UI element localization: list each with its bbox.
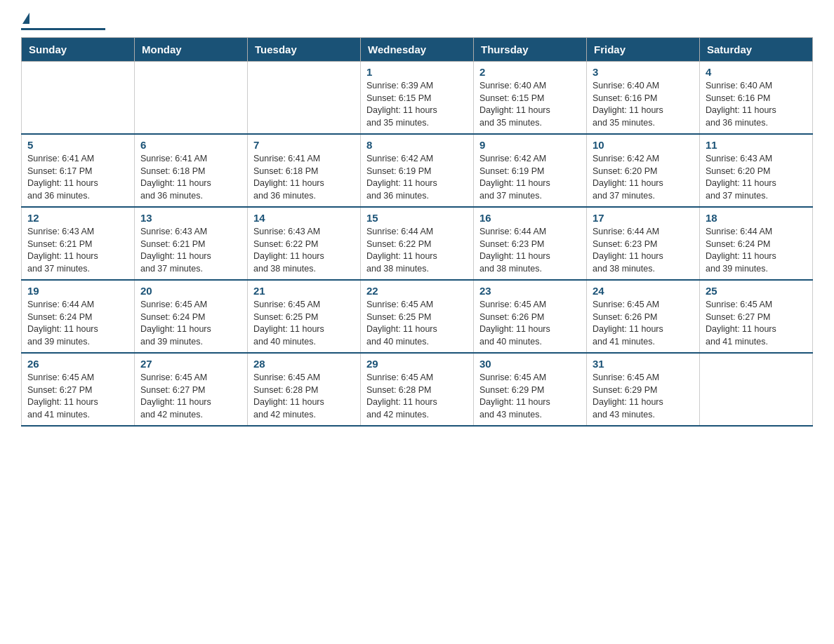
day-info: Sunrise: 6:45 AM Sunset: 6:28 PM Dayligh… bbox=[366, 372, 468, 421]
column-header-sunday: Sunday bbox=[22, 38, 135, 62]
day-info: Sunrise: 6:44 AM Sunset: 6:24 PM Dayligh… bbox=[706, 226, 807, 275]
calendar-cell: 24Sunrise: 6:45 AM Sunset: 6:26 PM Dayli… bbox=[587, 280, 700, 353]
day-number: 17 bbox=[593, 212, 694, 224]
calendar-cell bbox=[248, 62, 361, 135]
column-header-thursday: Thursday bbox=[474, 38, 587, 62]
day-number: 23 bbox=[479, 285, 581, 297]
calendar-cell: 20Sunrise: 6:45 AM Sunset: 6:24 PM Dayli… bbox=[135, 280, 248, 353]
day-info: Sunrise: 6:40 AM Sunset: 6:16 PM Dayligh… bbox=[593, 80, 694, 129]
day-number: 29 bbox=[366, 358, 468, 370]
calendar-week-row: 26Sunrise: 6:45 AM Sunset: 6:27 PM Dayli… bbox=[22, 353, 813, 426]
day-info: Sunrise: 6:44 AM Sunset: 6:23 PM Dayligh… bbox=[593, 226, 694, 275]
day-number: 21 bbox=[253, 285, 355, 297]
calendar-cell: 6Sunrise: 6:41 AM Sunset: 6:18 PM Daylig… bbox=[135, 134, 248, 207]
day-info: Sunrise: 6:45 AM Sunset: 6:27 PM Dayligh… bbox=[140, 372, 241, 421]
day-info: Sunrise: 6:41 AM Sunset: 6:18 PM Dayligh… bbox=[253, 153, 355, 202]
calendar-cell: 21Sunrise: 6:45 AM Sunset: 6:25 PM Dayli… bbox=[248, 280, 361, 353]
calendar-cell: 16Sunrise: 6:44 AM Sunset: 6:23 PM Dayli… bbox=[474, 207, 587, 280]
day-info: Sunrise: 6:40 AM Sunset: 6:16 PM Dayligh… bbox=[706, 80, 807, 129]
day-info: Sunrise: 6:45 AM Sunset: 6:25 PM Dayligh… bbox=[366, 299, 468, 348]
calendar-cell: 19Sunrise: 6:44 AM Sunset: 6:24 PM Dayli… bbox=[22, 280, 135, 353]
day-number: 7 bbox=[253, 139, 355, 151]
day-info: Sunrise: 6:43 AM Sunset: 6:21 PM Dayligh… bbox=[27, 226, 128, 275]
calendar-cell bbox=[700, 353, 813, 426]
calendar-cell: 4Sunrise: 6:40 AM Sunset: 6:16 PM Daylig… bbox=[700, 62, 813, 135]
day-number: 27 bbox=[140, 358, 241, 370]
day-info: Sunrise: 6:43 AM Sunset: 6:20 PM Dayligh… bbox=[706, 153, 807, 202]
day-info: Sunrise: 6:42 AM Sunset: 6:19 PM Dayligh… bbox=[366, 153, 468, 202]
day-number: 31 bbox=[593, 358, 694, 370]
calendar-cell: 2Sunrise: 6:40 AM Sunset: 6:15 PM Daylig… bbox=[474, 62, 587, 135]
calendar-cell: 12Sunrise: 6:43 AM Sunset: 6:21 PM Dayli… bbox=[22, 207, 135, 280]
day-number: 2 bbox=[479, 66, 581, 78]
day-number: 30 bbox=[479, 358, 581, 370]
day-number: 11 bbox=[706, 139, 807, 151]
calendar-cell: 1Sunrise: 6:39 AM Sunset: 6:15 PM Daylig… bbox=[361, 62, 474, 135]
calendar-cell: 3Sunrise: 6:40 AM Sunset: 6:16 PM Daylig… bbox=[587, 62, 700, 135]
column-header-tuesday: Tuesday bbox=[248, 38, 361, 62]
calendar-cell: 8Sunrise: 6:42 AM Sunset: 6:19 PM Daylig… bbox=[361, 134, 474, 207]
day-number: 16 bbox=[479, 212, 581, 224]
calendar-cell: 31Sunrise: 6:45 AM Sunset: 6:29 PM Dayli… bbox=[587, 353, 700, 426]
day-number: 14 bbox=[253, 212, 355, 224]
day-info: Sunrise: 6:45 AM Sunset: 6:29 PM Dayligh… bbox=[479, 372, 581, 421]
calendar-cell: 27Sunrise: 6:45 AM Sunset: 6:27 PM Dayli… bbox=[135, 353, 248, 426]
day-info: Sunrise: 6:39 AM Sunset: 6:15 PM Dayligh… bbox=[366, 80, 468, 129]
day-number: 10 bbox=[593, 139, 694, 151]
column-header-saturday: Saturday bbox=[700, 38, 813, 62]
day-number: 19 bbox=[27, 285, 128, 297]
calendar-cell: 13Sunrise: 6:43 AM Sunset: 6:21 PM Dayli… bbox=[135, 207, 248, 280]
day-info: Sunrise: 6:42 AM Sunset: 6:19 PM Dayligh… bbox=[479, 153, 581, 202]
calendar-cell: 7Sunrise: 6:41 AM Sunset: 6:18 PM Daylig… bbox=[248, 134, 361, 207]
day-number: 9 bbox=[479, 139, 581, 151]
calendar-cell: 22Sunrise: 6:45 AM Sunset: 6:25 PM Dayli… bbox=[361, 280, 474, 353]
column-header-friday: Friday bbox=[587, 38, 700, 62]
page-header bbox=[21, 14, 813, 30]
day-info: Sunrise: 6:40 AM Sunset: 6:15 PM Dayligh… bbox=[479, 80, 581, 129]
day-info: Sunrise: 6:43 AM Sunset: 6:21 PM Dayligh… bbox=[140, 226, 241, 275]
calendar-week-row: 1Sunrise: 6:39 AM Sunset: 6:15 PM Daylig… bbox=[22, 62, 813, 135]
calendar-week-row: 12Sunrise: 6:43 AM Sunset: 6:21 PM Dayli… bbox=[22, 207, 813, 280]
day-number: 3 bbox=[593, 66, 694, 78]
day-number: 13 bbox=[140, 212, 241, 224]
calendar-table: SundayMondayTuesdayWednesdayThursdayFrid… bbox=[21, 37, 813, 427]
day-info: Sunrise: 6:43 AM Sunset: 6:22 PM Dayligh… bbox=[253, 226, 355, 275]
calendar-cell: 14Sunrise: 6:43 AM Sunset: 6:22 PM Dayli… bbox=[248, 207, 361, 280]
day-info: Sunrise: 6:44 AM Sunset: 6:22 PM Dayligh… bbox=[366, 226, 468, 275]
calendar-cell: 9Sunrise: 6:42 AM Sunset: 6:19 PM Daylig… bbox=[474, 134, 587, 207]
column-header-wednesday: Wednesday bbox=[361, 38, 474, 62]
day-number: 25 bbox=[706, 285, 807, 297]
calendar-cell: 17Sunrise: 6:44 AM Sunset: 6:23 PM Dayli… bbox=[587, 207, 700, 280]
day-info: Sunrise: 6:45 AM Sunset: 6:27 PM Dayligh… bbox=[706, 299, 807, 348]
day-info: Sunrise: 6:45 AM Sunset: 6:24 PM Dayligh… bbox=[140, 299, 241, 348]
calendar-cell: 5Sunrise: 6:41 AM Sunset: 6:17 PM Daylig… bbox=[22, 134, 135, 207]
day-number: 12 bbox=[27, 212, 128, 224]
day-number: 20 bbox=[140, 285, 241, 297]
day-info: Sunrise: 6:45 AM Sunset: 6:29 PM Dayligh… bbox=[593, 372, 694, 421]
day-info: Sunrise: 6:41 AM Sunset: 6:17 PM Dayligh… bbox=[27, 153, 128, 202]
day-info: Sunrise: 6:44 AM Sunset: 6:24 PM Dayligh… bbox=[27, 299, 128, 348]
logo bbox=[21, 14, 105, 30]
day-number: 22 bbox=[366, 285, 468, 297]
day-info: Sunrise: 6:45 AM Sunset: 6:27 PM Dayligh… bbox=[27, 372, 128, 421]
logo-underline bbox=[21, 28, 105, 30]
calendar-week-row: 5Sunrise: 6:41 AM Sunset: 6:17 PM Daylig… bbox=[22, 134, 813, 207]
calendar-cell bbox=[22, 62, 135, 135]
day-number: 1 bbox=[366, 66, 468, 78]
day-info: Sunrise: 6:45 AM Sunset: 6:25 PM Dayligh… bbox=[253, 299, 355, 348]
day-number: 4 bbox=[706, 66, 807, 78]
calendar-header-row: SundayMondayTuesdayWednesdayThursdayFrid… bbox=[22, 38, 813, 62]
calendar-cell: 28Sunrise: 6:45 AM Sunset: 6:28 PM Dayli… bbox=[248, 353, 361, 426]
calendar-cell: 25Sunrise: 6:45 AM Sunset: 6:27 PM Dayli… bbox=[700, 280, 813, 353]
day-number: 5 bbox=[27, 139, 128, 151]
day-info: Sunrise: 6:45 AM Sunset: 6:28 PM Dayligh… bbox=[253, 372, 355, 421]
column-header-monday: Monday bbox=[135, 38, 248, 62]
calendar-cell: 23Sunrise: 6:45 AM Sunset: 6:26 PM Dayli… bbox=[474, 280, 587, 353]
calendar-cell: 11Sunrise: 6:43 AM Sunset: 6:20 PM Dayli… bbox=[700, 134, 813, 207]
day-info: Sunrise: 6:42 AM Sunset: 6:20 PM Dayligh… bbox=[593, 153, 694, 202]
calendar-week-row: 19Sunrise: 6:44 AM Sunset: 6:24 PM Dayli… bbox=[22, 280, 813, 353]
day-info: Sunrise: 6:45 AM Sunset: 6:26 PM Dayligh… bbox=[593, 299, 694, 348]
day-number: 28 bbox=[253, 358, 355, 370]
day-info: Sunrise: 6:45 AM Sunset: 6:26 PM Dayligh… bbox=[479, 299, 581, 348]
day-info: Sunrise: 6:44 AM Sunset: 6:23 PM Dayligh… bbox=[479, 226, 581, 275]
